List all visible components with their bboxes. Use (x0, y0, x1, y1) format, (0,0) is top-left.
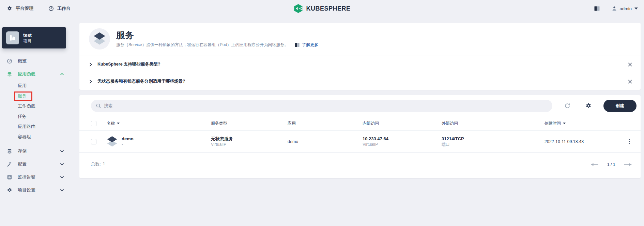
user-menu[interactable]: admin (612, 6, 638, 11)
hammer-icon (7, 161, 12, 167)
gauge-icon (7, 58, 12, 64)
sidebar-item-label: 工作负载 (18, 103, 35, 109)
sort-caret-icon (563, 123, 566, 124)
layers-icon (7, 71, 12, 77)
database-icon (7, 149, 12, 154)
sidebar-item-jobs[interactable]: 任务 (0, 111, 72, 122)
sort-caret-icon (117, 123, 120, 124)
page-title: 服务 (116, 30, 318, 40)
faq-banner: KubeSphere 支持哪些服务类型? (79, 56, 641, 73)
sidebar-item-label: 存储 (18, 148, 27, 154)
topbar: 平台管理 工作台 KUBESPHERE admin (0, 0, 644, 17)
learn-more-link[interactable]: 了解更多 (294, 42, 318, 48)
project-name: test (23, 32, 32, 38)
sidebar: test 项目 概览 应用负载 应用 服务 (0, 17, 72, 197)
sidebar-item-label: 容器组 (18, 134, 31, 140)
kubesphere-logo-text: KUBESPHERE (306, 5, 350, 12)
sidebar-item-label: 概览 (18, 58, 27, 64)
service-row-icon (107, 136, 118, 148)
next-page-button[interactable] (624, 163, 632, 167)
total-label: 总数: (91, 161, 101, 167)
sidebar-item-label: 应用负载 (18, 71, 35, 77)
chevron-up-icon (60, 72, 64, 76)
platform-management-button[interactable]: 平台管理 (7, 5, 33, 12)
select-all-checkbox[interactable] (91, 121, 96, 126)
table-header-row: 名称 服务类型 应用 内部访问 外部访问 创建时间 (79, 116, 641, 131)
column-header-app: 应用 (288, 121, 363, 126)
sidebar-item-services[interactable]: 服务 (0, 91, 72, 101)
chevron-down-icon (634, 8, 638, 10)
user-icon (612, 6, 617, 11)
project-selector[interactable]: test 项目 (2, 27, 66, 48)
sidebar-item-label: 任务 (18, 113, 27, 119)
sidebar-item-project-settings[interactable]: 项目设置 (0, 184, 72, 197)
prev-page-button[interactable] (590, 163, 599, 167)
sidebar-item-label: 应用 (18, 83, 27, 89)
platform-management-label: 平台管理 (16, 5, 33, 12)
sidebar-item-app-workloads[interactable]: 应用负载 (0, 68, 72, 81)
sidebar-item-configuration[interactable]: 配置 (0, 158, 72, 171)
sidebar-item-storage[interactable]: 存储 (0, 145, 72, 158)
chevron-right-icon[interactable] (88, 62, 93, 67)
column-header-created[interactable]: 创建时间 (545, 121, 618, 126)
internal-access-sub: VirtualIP (363, 142, 442, 147)
service-type-sub: VirtualIP (211, 142, 288, 147)
service-name-link[interactable]: demo (122, 136, 134, 142)
search-input[interactable] (104, 103, 548, 108)
page-info: 1 / 1 (607, 162, 615, 167)
close-icon[interactable] (628, 79, 632, 84)
total-value: 1 (103, 161, 105, 167)
refresh-button[interactable] (561, 100, 573, 112)
create-button[interactable]: 创建 (603, 100, 637, 112)
column-header-name[interactable]: 名称 (107, 121, 211, 126)
table-footer: 总数: 1 1 / 1 (79, 153, 641, 176)
service-table-panel: 创建 名称 服务类型 应用 内部访问 外部访问 创建时间 demo (79, 95, 641, 178)
sidebar-item-label: 项目设置 (18, 187, 35, 193)
external-access-sub: 端口 (442, 142, 545, 147)
service-type: 无状态服务 (211, 136, 288, 142)
kubesphere-logo[interactable]: KUBESPHERE (293, 0, 350, 17)
sidebar-item-monitoring-alerting[interactable]: 监控告警 (0, 171, 72, 184)
gear-icon (7, 187, 12, 193)
sidebar-item-label: 应用路由 (18, 124, 35, 130)
faq-question[interactable]: 无状态服务和有状态服务分别适用于哪些场景? (97, 79, 185, 84)
faq-banner: 无状态服务和有状态服务分别适用于哪些场景? (79, 73, 641, 90)
user-name: admin (620, 6, 632, 11)
sidebar-item-overview[interactable]: 概览 (0, 55, 72, 68)
sidebar-item-pods[interactable]: 容器组 (0, 132, 72, 142)
sidebar-item-workloads[interactable]: 工作负载 (0, 101, 72, 111)
search-box[interactable] (91, 100, 552, 112)
close-icon[interactable] (628, 62, 632, 67)
workbench-label: 工作台 (57, 5, 71, 12)
chevron-right-icon[interactable] (88, 79, 93, 84)
chevron-down-icon (60, 162, 64, 166)
column-header-type: 服务类型 (211, 121, 288, 126)
external-access-port: 31214/TCP (442, 136, 545, 142)
workbench-icon (48, 6, 54, 11)
internal-access-ip: 10.233.47.64 (363, 136, 442, 142)
sidebar-item-apps[interactable]: 应用 (0, 81, 72, 91)
service-page-icon (89, 28, 110, 50)
workbench-button[interactable]: 工作台 (48, 5, 71, 12)
column-header-internal-access: 内部访问 (363, 121, 442, 126)
service-name-sub: - (122, 142, 134, 147)
toolbar: 创建 (79, 95, 641, 116)
page-description: 服务（Service）提供一种抽象的方法，将运行在容器组（Pod）上的应用程序公… (116, 42, 288, 48)
pulse-icon (7, 174, 12, 180)
project-icon (6, 31, 19, 44)
table-row: demo - 无状态服务 VirtualIP demo 10.233.47.64… (79, 131, 641, 153)
search-icon (96, 103, 101, 109)
sidebar-item-label: 配置 (18, 161, 27, 167)
docs-button[interactable] (594, 6, 600, 11)
row-checkbox[interactable] (91, 139, 96, 144)
settings-icon-button[interactable] (582, 100, 595, 112)
chevron-down-icon (60, 149, 64, 153)
sidebar-nav: 概览 应用负载 应用 服务 工作负载 任务 应 (0, 55, 72, 197)
row-actions-kebab-icon[interactable] (627, 138, 632, 145)
main-content: 服务 服务（Service）提供一种抽象的方法，将运行在容器组（Pod）上的应用… (79, 23, 641, 178)
page-header-panel: 服务 服务（Service）提供一种抽象的方法，将运行在容器组（Pod）上的应用… (79, 23, 641, 90)
faq-question[interactable]: KubeSphere 支持哪些服务类型? (97, 61, 160, 67)
column-header-external-access: 外部访问 (442, 121, 545, 126)
project-type-label: 项目 (23, 38, 32, 44)
sidebar-item-ingresses[interactable]: 应用路由 (0, 122, 72, 132)
